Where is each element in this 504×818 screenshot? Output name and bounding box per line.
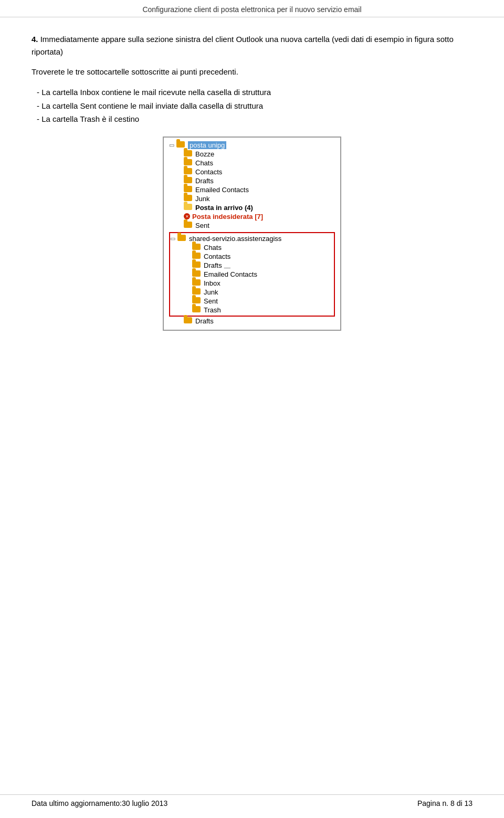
shared-toggle: ▭ bbox=[170, 235, 177, 242]
page-content: 4. Immediatamente appare sulla sezione s… bbox=[0, 17, 504, 389]
drafts2-icon bbox=[192, 261, 202, 269]
folder-sent-2: Sent bbox=[185, 297, 332, 306]
emailed1-label: Emailed Contacts bbox=[195, 186, 249, 194]
partial-icon bbox=[184, 317, 193, 324]
chats1-label: Chats bbox=[195, 159, 213, 167]
trash-icon bbox=[192, 306, 202, 313]
bullet-item-2: - La cartella Sent contiene le mail invi… bbox=[37, 99, 472, 113]
folder-posta-arrivo: Posta in arrivo (4) bbox=[176, 203, 335, 212]
root-section: ▭ posta unipg Bozze bbox=[169, 141, 335, 326]
emailed2-icon bbox=[192, 270, 202, 278]
sent2-label: Sent bbox=[204, 297, 218, 305]
arrivo-icon bbox=[184, 204, 193, 211]
folder-drafts-partial: Drafts bbox=[169, 317, 335, 326]
folder-posta-indesiderata: Posta indesiderata [7] bbox=[176, 212, 335, 221]
folder-chats-2: Chats bbox=[185, 243, 332, 252]
folder-tree-box: ▭ posta unipg Bozze bbox=[163, 137, 341, 331]
bozze-icon bbox=[184, 150, 193, 158]
page-header: Configurazione client di posta elettroni… bbox=[0, 0, 504, 17]
shared-root-label: shared-servizio.assistenzagiss bbox=[189, 235, 281, 243]
junk1-icon bbox=[184, 195, 193, 202]
partial-label: Drafts bbox=[195, 317, 214, 325]
folder-junk-2: Junk bbox=[185, 288, 332, 297]
junk2-icon bbox=[192, 288, 202, 296]
contacts2-icon bbox=[192, 253, 202, 260]
root-folder-icon bbox=[176, 141, 186, 149]
folder-junk-1: Junk bbox=[176, 194, 335, 203]
folder-emailed-2: Emailed Contacts bbox=[185, 270, 332, 279]
footer-left: Data ultimo aggiornamento:30 luglio 2013 bbox=[32, 799, 167, 807]
root-label: posta unipg bbox=[188, 141, 226, 149]
contacts1-label: Contacts bbox=[195, 168, 222, 176]
indesiderata-label: Posta indesiderata [7] bbox=[192, 213, 263, 221]
page-footer: Data ultimo aggiornamento:30 luglio 2013… bbox=[0, 794, 504, 807]
folder-drafts-1: Drafts bbox=[176, 176, 335, 185]
section-number: 4. bbox=[32, 35, 38, 44]
drafts2-label: Drafts bbox=[204, 261, 222, 269]
inbox2-icon bbox=[192, 279, 202, 287]
folder-chats-1: Chats bbox=[176, 159, 335, 167]
root-item: ▭ posta unipg bbox=[169, 141, 335, 150]
chats2-icon bbox=[192, 244, 202, 251]
chats2-label: Chats bbox=[204, 244, 222, 251]
trash-label: Trash bbox=[204, 306, 221, 314]
header-title: Configurazione client di posta elettroni… bbox=[142, 5, 361, 14]
sent1-label: Sent bbox=[195, 222, 209, 229]
junk1-label: Junk bbox=[195, 195, 209, 203]
sub-text: Troverete le tre sottocartelle sottoscri… bbox=[32, 66, 472, 78]
drafts1-label: Drafts bbox=[195, 177, 214, 185]
contacts1-icon bbox=[184, 168, 193, 175]
shared-box: ▭ shared-servizio.assistenzagiss Chats bbox=[169, 232, 335, 317]
drafts1-icon bbox=[184, 177, 193, 184]
indesiderata-icon bbox=[184, 213, 190, 219]
folder-trash: Trash bbox=[185, 306, 332, 314]
sent1-icon bbox=[184, 222, 193, 229]
intro-text: Immediatamente appare sulla sezione sini… bbox=[32, 35, 454, 56]
posta-children: Bozze Chats Contacts bbox=[169, 150, 335, 230]
junk2-label: Junk bbox=[204, 288, 218, 296]
arrivo-label: Posta in arrivo (4) bbox=[195, 204, 253, 212]
section-intro: 4. Immediatamente appare sulla sezione s… bbox=[32, 33, 472, 58]
emailed1-icon bbox=[184, 186, 193, 193]
folder-contacts-1: Contacts bbox=[176, 167, 335, 176]
folder-emailed-1: Emailed Contacts bbox=[176, 185, 335, 194]
shared-children: Chats Contacts Drafts bbox=[170, 243, 332, 314]
inbox2-label: Inbox bbox=[204, 279, 220, 287]
contacts2-label: Contacts bbox=[204, 253, 230, 260]
bozze-label: Bozze bbox=[195, 150, 214, 158]
drafts2-underline: __ bbox=[224, 262, 230, 268]
bullet-item-3: - La cartella Trash è il cestino bbox=[37, 112, 472, 126]
emailed2-label: Emailed Contacts bbox=[204, 270, 257, 278]
folder-contacts-2: Contacts bbox=[185, 252, 332, 261]
folder-inbox-2: Inbox bbox=[185, 279, 332, 288]
shared-root-icon bbox=[177, 235, 187, 242]
chats1-icon bbox=[184, 159, 193, 166]
root-toggle: ▭ bbox=[169, 142, 176, 149]
bullet-item-1: - La cartella Inbox contiene le mail ric… bbox=[37, 86, 472, 99]
footer-right: Pagina n. 8 di 13 bbox=[417, 799, 472, 807]
folder-sent-1: Sent bbox=[176, 221, 335, 230]
bullet-list: - La cartella Inbox contiene le mail ric… bbox=[32, 86, 472, 126]
folder-drafts-2: Drafts __ bbox=[185, 261, 332, 270]
sent2-icon bbox=[192, 297, 202, 305]
screenshot-container: ▭ posta unipg Bozze bbox=[32, 137, 472, 331]
folder-bozze: Bozze bbox=[176, 150, 335, 159]
